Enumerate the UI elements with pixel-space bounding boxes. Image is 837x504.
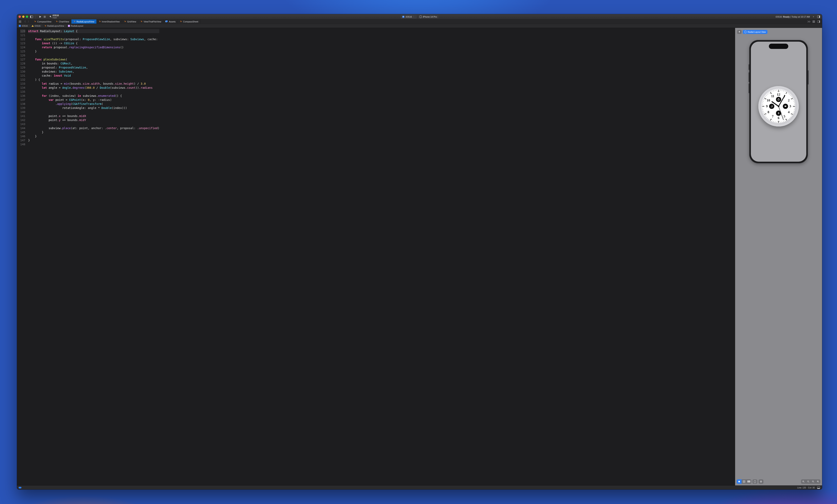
editor-tab[interactable]: InnerShadowView xyxy=(96,19,122,24)
svg-rect-4 xyxy=(402,16,404,18)
svg-rect-9 xyxy=(19,21,21,22)
complication-chat-icon xyxy=(783,104,788,109)
svg-point-24 xyxy=(778,112,779,113)
run-destination[interactable]: iOS16 〉 iPhone 14 Pro xyxy=(17,14,822,19)
editor-tab-label: InnerShadowView xyxy=(102,20,120,23)
editor-tab[interactable]: CompassSheet xyxy=(178,19,200,24)
svg-rect-30 xyxy=(749,481,750,481)
editor-tab-label: RadialLayoutView xyxy=(77,20,94,23)
add-editor-button[interactable]: ＋ xyxy=(812,15,815,19)
svg-rect-5 xyxy=(420,16,422,18)
clock-hour-number: 1 xyxy=(784,94,785,98)
library-button[interactable] xyxy=(817,15,820,19)
zoom-fit-button[interactable] xyxy=(811,479,816,484)
svg-rect-32 xyxy=(748,482,749,482)
svg-point-26 xyxy=(772,106,772,107)
toggle-debug-area-button[interactable] xyxy=(817,486,820,489)
run-button[interactable] xyxy=(38,15,42,19)
preview-chip-label: Radial Layout View xyxy=(748,31,766,33)
clock-hour-number: 12 xyxy=(777,93,780,96)
path-project: iOS16 xyxy=(22,25,28,27)
editor-tab-label: GridView xyxy=(127,20,136,23)
svg-rect-34 xyxy=(754,480,756,483)
swift-file-icon xyxy=(140,20,142,23)
zoom-out-button[interactable] xyxy=(801,479,806,484)
editor-tab-label: CompassView xyxy=(37,20,51,23)
nav-forward-button[interactable]: 〉 xyxy=(27,20,31,23)
clock-hour-number: 8 xyxy=(768,110,769,114)
cursor-line: Line: 120 xyxy=(797,486,806,489)
editor-tab[interactable]: Assets xyxy=(163,19,178,24)
path-group: iOS16 xyxy=(35,25,40,27)
variants-button[interactable] xyxy=(746,479,751,484)
assets-icon xyxy=(165,20,167,23)
toggle-navigator-button[interactable] xyxy=(30,15,33,19)
selectable-preview-button[interactable] xyxy=(742,479,746,484)
xcode-window: iOS16 main iOS16 〉 iPhone 14 Pro iOS16: … xyxy=(17,14,822,489)
bottom-status-bar: Line: 120 Col: 30 xyxy=(17,485,822,489)
preview-selector[interactable]: Radial Layout View xyxy=(743,30,767,34)
code-editor[interactable]: 1201211221231241251261271281291301311321… xyxy=(17,28,735,485)
scheme-selector[interactable]: iOS16 main xyxy=(49,14,59,19)
svg-rect-12 xyxy=(166,20,167,22)
path-symbol: RadialLayout xyxy=(71,25,83,27)
stop-button[interactable] xyxy=(43,15,47,19)
editor-tab[interactable]: CompassView xyxy=(32,19,54,24)
window-traffic-lights xyxy=(19,16,28,18)
device-settings-button[interactable] xyxy=(752,479,758,484)
svg-rect-15 xyxy=(813,22,815,23)
jump-bar[interactable]: iOS16 〉 iOS16 〉 RadialLayoutView 〉 S Rad… xyxy=(17,24,822,28)
svg-rect-1 xyxy=(30,16,31,18)
clock-hour-number: 7 xyxy=(772,114,774,119)
zoom-actual-button[interactable] xyxy=(806,479,811,484)
zoom-in-button[interactable] xyxy=(816,479,820,484)
editor-tabbar: 〈 〉 CompassViewChartViewRadialLayoutView… xyxy=(17,19,822,24)
editor-tab-label: ViewThatFitsView xyxy=(144,20,161,23)
svg-rect-18 xyxy=(19,25,21,27)
clock-widget: 12123456789101160510152025303540455055 xyxy=(758,86,799,126)
preview-settings-button[interactable] xyxy=(759,479,763,484)
swift-file-icon xyxy=(99,20,101,23)
chevron-right-icon: 〉 xyxy=(413,15,415,18)
window-fullscreen-button[interactable] xyxy=(26,16,28,18)
editor-tab[interactable]: ChartView xyxy=(54,19,71,24)
live-preview-button[interactable] xyxy=(737,479,742,484)
preview-pin-button[interactable] xyxy=(737,30,742,34)
svg-rect-23 xyxy=(778,98,779,99)
svg-rect-8 xyxy=(19,21,21,21)
adjust-editor-button[interactable] xyxy=(812,20,816,23)
swift-file-icon xyxy=(34,20,36,23)
path-file: RadialLayoutView xyxy=(47,25,64,27)
nav-back-button[interactable]: 〈 xyxy=(23,20,26,23)
editor-tab[interactable]: RadialLayoutView xyxy=(71,19,96,24)
swift-file-icon xyxy=(180,20,182,23)
svg-rect-33 xyxy=(749,482,750,482)
window-minimize-button[interactable] xyxy=(22,16,24,18)
complication-timer-icon xyxy=(776,97,781,102)
complication-music-icon xyxy=(769,104,774,109)
editor-tab-label: Assets xyxy=(169,20,176,23)
target-project: iOS16 xyxy=(406,16,412,18)
clock-hour-number: 6 xyxy=(778,116,780,120)
svg-point-39 xyxy=(813,481,813,482)
svg-rect-17 xyxy=(819,20,820,23)
swift-file-icon xyxy=(73,20,75,23)
svg-rect-21 xyxy=(745,31,746,33)
editor-options-button[interactable] xyxy=(807,20,811,23)
target-device: iPhone 14 Pro xyxy=(423,16,437,18)
editor-tab-label: ChartView xyxy=(59,20,69,23)
clock-hour-number: 9 xyxy=(766,104,768,108)
related-items-button[interactable] xyxy=(18,20,22,23)
svg-rect-29 xyxy=(748,481,749,481)
editor-tab[interactable]: GridView xyxy=(122,19,138,24)
toggle-inspectors-button[interactable] xyxy=(817,20,820,23)
window-close-button[interactable] xyxy=(19,16,21,18)
svg-rect-14 xyxy=(813,21,815,22)
svg-rect-31 xyxy=(747,482,748,482)
clock-hour-number: 2 xyxy=(788,98,790,103)
svg-rect-13 xyxy=(813,21,815,21)
debug-filter-button[interactable] xyxy=(19,487,21,488)
swift-file-icon xyxy=(124,20,126,23)
editor-tab[interactable]: ViewThatFitsView xyxy=(138,19,163,24)
preview-canvas: Radial Layout View xyxy=(735,28,822,485)
